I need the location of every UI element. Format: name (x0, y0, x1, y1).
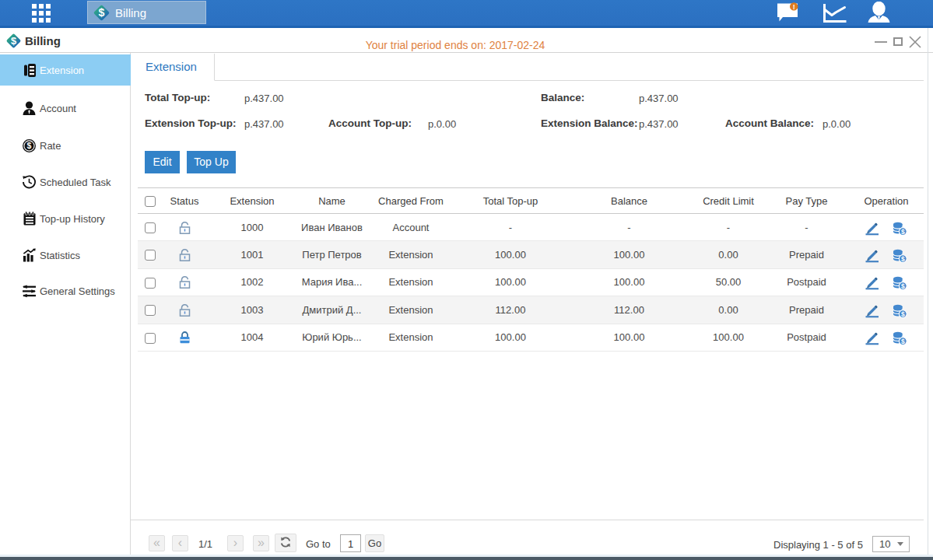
svg-text:$: $ (901, 255, 905, 263)
svg-text:$: $ (27, 141, 32, 150)
svg-text:$: $ (901, 227, 905, 235)
svg-text:$: $ (901, 338, 905, 345)
svg-text:$: $ (901, 282, 905, 290)
svg-text:$: $ (901, 310, 905, 318)
svg-text:!: ! (793, 3, 795, 11)
svg-text:$: $ (99, 6, 105, 19)
